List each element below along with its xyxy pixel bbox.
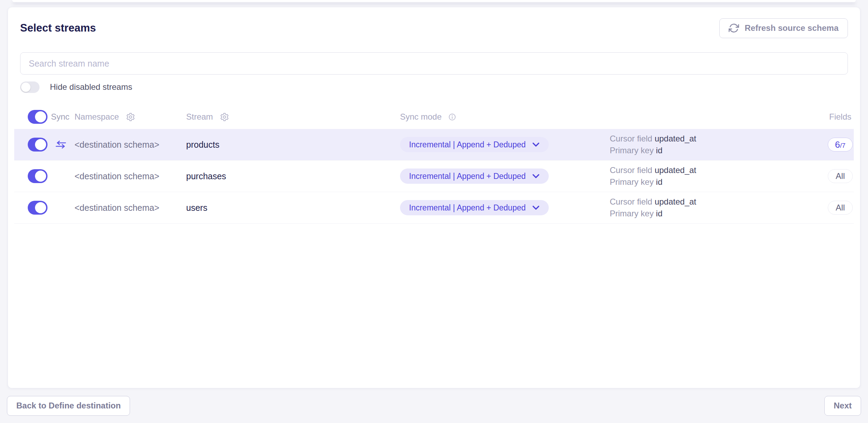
chevron-down-icon: [532, 142, 540, 147]
row-arrows-cell: [49, 140, 75, 149]
primary-key-value: id: [656, 177, 662, 187]
stream-rows: <destination schema> products Incrementa…: [14, 129, 854, 224]
back-button[interactable]: Back to Define destination: [7, 396, 130, 416]
header-namespace-label: Namespace: [75, 112, 119, 122]
sync-mode-dropdown[interactable]: Incremental | Append + Deduped: [400, 137, 549, 152]
header-stream: Stream: [186, 112, 400, 122]
toggle-knob: [21, 83, 31, 92]
sync-mode-info-icon[interactable]: [449, 113, 456, 121]
cursor-field-label: Cursor field: [610, 165, 652, 175]
fields-count-badge[interactable]: All: [828, 169, 853, 183]
cursor-field-value: updated_at: [654, 165, 696, 175]
sync-toggle[interactable]: [28, 169, 47, 183]
stream-row-products[interactable]: <destination schema> products Incrementa…: [14, 129, 854, 161]
row-fields-cell: All: [827, 169, 854, 183]
row-fields-cell: 6/7: [827, 138, 854, 152]
sync-mode-dropdown[interactable]: Incremental | Append + Deduped: [400, 200, 549, 215]
cursor-field-line: Cursor field updated_at: [610, 133, 827, 145]
sync-toggle[interactable]: [28, 201, 47, 215]
row-cursor-info: Cursor field updated_at Primary key id: [610, 164, 827, 188]
refresh-icon: [729, 23, 739, 33]
toggle-knob: [35, 171, 46, 182]
primary-key-label: Primary key: [610, 177, 654, 187]
row-stream-name: users: [186, 203, 400, 213]
toggle-knob: [35, 111, 46, 122]
cursor-field-value: updated_at: [654, 197, 696, 206]
refresh-source-schema-button[interactable]: Refresh source schema: [719, 18, 848, 38]
header-stream-label: Stream: [186, 112, 213, 122]
row-namespace: <destination schema>: [75, 171, 186, 181]
cursor-field-label: Cursor field: [610, 134, 652, 143]
toggle-knob: [35, 202, 46, 213]
fields-count: All: [836, 170, 845, 183]
row-namespace: <destination schema>: [75, 140, 186, 150]
row-sync-mode-cell: Incremental | Append + Deduped: [400, 137, 610, 152]
row-stream-name: products: [186, 140, 400, 150]
stream-settings-gear-icon[interactable]: [220, 112, 229, 122]
sync-mode-dropdown[interactable]: Incremental | Append + Deduped: [400, 169, 549, 184]
header-sync-mode: Sync mode: [400, 112, 610, 122]
stream-row-purchases[interactable]: <destination schema> purchases Increment…: [14, 161, 854, 192]
primary-key-label: Primary key: [610, 146, 654, 155]
hide-disabled-label: Hide disabled streams: [50, 82, 132, 92]
primary-key-line: Primary key id: [610, 176, 827, 188]
header-sync: Sync: [49, 112, 75, 122]
fields-count: All: [836, 201, 845, 214]
refresh-button-label: Refresh source schema: [745, 23, 839, 33]
fields-count: 6: [835, 138, 840, 151]
hide-disabled-toggle[interactable]: [20, 81, 40, 93]
row-sync-cell: [28, 169, 49, 183]
chevron-down-icon: [532, 174, 540, 179]
row-fields-cell: All: [827, 201, 854, 215]
primary-key-line: Primary key id: [610, 145, 827, 156]
row-sync-mode-cell: Incremental | Append + Deduped: [400, 200, 610, 215]
cursor-field-line: Cursor field updated_at: [610, 196, 827, 208]
namespace-settings-gear-icon[interactable]: [126, 112, 135, 122]
stream-row-users[interactable]: <destination schema> users Incremental |…: [14, 192, 854, 224]
page-title: Select streams: [20, 22, 96, 34]
header-fields: Fields: [827, 112, 854, 122]
fields-total: /7: [840, 139, 845, 152]
select-streams-card: Select streams Refresh source schema Hid…: [8, 7, 860, 388]
next-button[interactable]: Next: [824, 396, 861, 416]
primary-key-label: Primary key: [610, 209, 654, 218]
cursor-field-line: Cursor field updated_at: [610, 164, 827, 176]
primary-key-line: Primary key id: [610, 208, 827, 219]
header-sync-toggle-cell: [28, 110, 49, 124]
row-sync-cell: [28, 138, 49, 152]
row-cursor-info: Cursor field updated_at Primary key id: [610, 133, 827, 156]
row-sync-cell: [28, 201, 49, 215]
search-input[interactable]: [20, 52, 848, 75]
row-stream-name: purchases: [186, 171, 400, 181]
header-sync-mode-label: Sync mode: [400, 112, 442, 122]
sync-mode-value: Incremental | Append + Deduped: [409, 172, 526, 181]
row-sync-mode-cell: Incremental | Append + Deduped: [400, 169, 610, 184]
toggle-knob: [35, 139, 46, 150]
sync-arrows-icon: [55, 140, 67, 149]
chevron-down-icon: [532, 205, 540, 210]
header-namespace: Namespace: [75, 112, 186, 122]
sync-mode-value: Incremental | Append + Deduped: [409, 140, 526, 149]
row-namespace: <destination schema>: [75, 203, 186, 213]
primary-key-value: id: [656, 146, 662, 155]
previous-card-edge: [12, 0, 856, 2]
wizard-footer: Back to Define destination Next: [0, 388, 868, 423]
sync-mode-value: Incremental | Append + Deduped: [409, 203, 526, 213]
sync-toggle[interactable]: [28, 138, 47, 152]
fields-count-badge[interactable]: 6/7: [828, 138, 853, 152]
primary-key-value: id: [656, 209, 662, 218]
row-cursor-info: Cursor field updated_at Primary key id: [610, 196, 827, 219]
fields-count-badge[interactable]: All: [828, 201, 853, 215]
cursor-field-label: Cursor field: [610, 197, 652, 206]
card-header: Select streams Refresh source schema: [8, 18, 860, 38]
table-header: Sync Namespace Stream Sync mode: [14, 108, 854, 126]
sync-all-toggle[interactable]: [28, 110, 47, 124]
cursor-field-value: updated_at: [654, 134, 696, 143]
hide-disabled-row: Hide disabled streams: [8, 81, 860, 93]
